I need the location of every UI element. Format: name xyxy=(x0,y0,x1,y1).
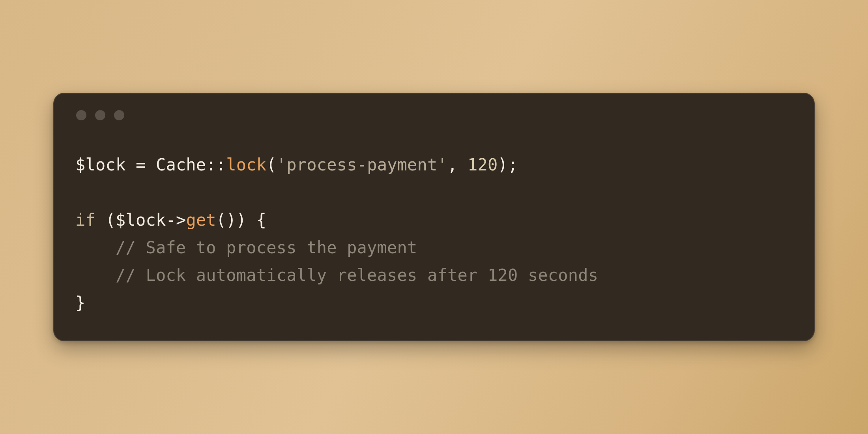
code-token: ) { xyxy=(236,210,266,230)
window-titlebar xyxy=(75,110,793,120)
code-token: } xyxy=(75,293,86,312)
traffic-light-zoom-icon[interactable] xyxy=(114,110,124,120)
code-token: -> xyxy=(166,210,186,230)
code-token: ( xyxy=(266,155,277,174)
code-token: lock xyxy=(226,155,266,174)
code-token: get xyxy=(186,210,216,230)
code-token: , xyxy=(447,155,468,174)
code-snippet: $lock = Cache::lock('process-payment', 1… xyxy=(75,151,793,317)
traffic-light-close-icon[interactable] xyxy=(76,110,86,120)
code-token: // Lock automatically releases after 120… xyxy=(75,266,598,285)
code-token: ); xyxy=(498,155,518,174)
code-window: $lock = Cache::lock('process-payment', 1… xyxy=(53,93,815,342)
code-token: Cache xyxy=(156,155,206,174)
code-token: 120 xyxy=(468,155,498,174)
code-token: () xyxy=(216,210,236,230)
code-token: :: xyxy=(206,155,226,174)
code-token: $lock xyxy=(116,210,166,230)
code-token: // Safe to process the payment xyxy=(75,238,417,257)
traffic-light-minimize-icon[interactable] xyxy=(95,110,105,120)
code-token: if xyxy=(75,210,95,230)
code-token: ( xyxy=(95,210,116,230)
code-token: 'process-payment' xyxy=(277,155,447,174)
code-token: = xyxy=(125,155,155,174)
code-token: $lock xyxy=(75,155,125,174)
